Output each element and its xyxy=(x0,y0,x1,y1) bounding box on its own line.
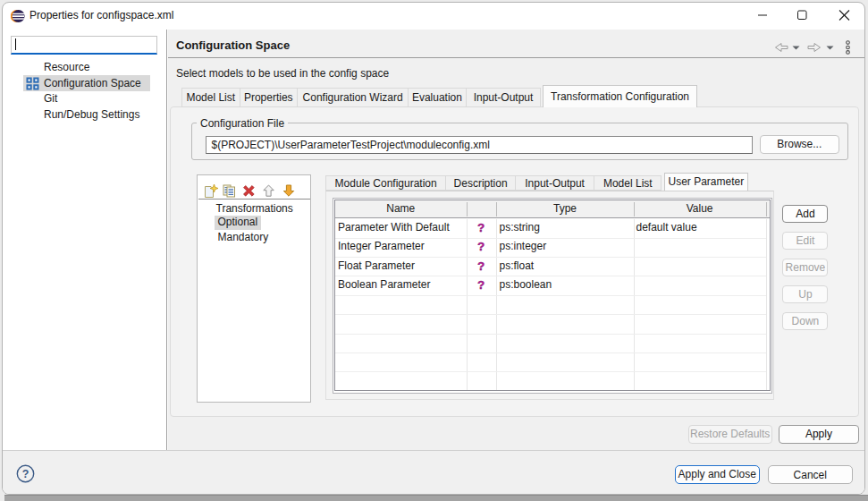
svg-text:?: ? xyxy=(22,468,29,480)
